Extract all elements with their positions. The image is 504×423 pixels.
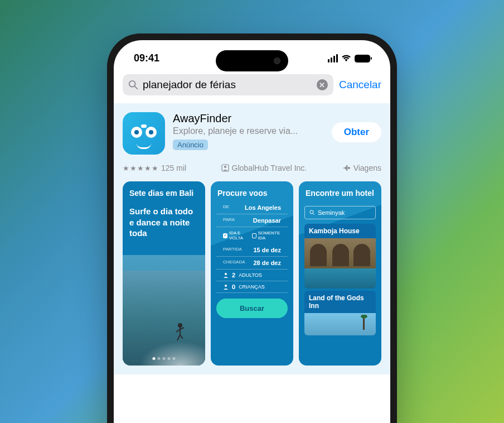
checkbox-icon bbox=[252, 233, 256, 238]
cancel-button[interactable]: Cancelar bbox=[339, 79, 381, 91]
search-text: planejador de férias bbox=[143, 79, 312, 91]
search-input[interactable]: planejador de férias ✕ bbox=[123, 74, 333, 95]
page-dots bbox=[153, 357, 176, 360]
shot2-title: Procure voos bbox=[211, 181, 293, 201]
hotel-card-1: Kamboja House bbox=[304, 224, 376, 289]
developer: GlobalHub Travel Inc. bbox=[221, 164, 307, 172]
hotel-search: Seminyak bbox=[304, 206, 376, 219]
svg-point-7 bbox=[310, 210, 313, 214]
app-meta: ★★★★★ 125 mil GlobalHub Travel Inc. Viag… bbox=[123, 164, 381, 172]
search-icon bbox=[309, 210, 315, 215]
search-row: planejador de férias ✕ Cancelar bbox=[114, 69, 390, 103]
app-name: AwayFinder bbox=[173, 112, 324, 125]
app-subtitle: Explore, planeje e reserve via... bbox=[173, 126, 324, 136]
battery-icon bbox=[355, 55, 370, 63]
person-icon bbox=[223, 272, 229, 278]
phone-frame: 09:41 planejador de férias ✕ Cancelar bbox=[107, 33, 397, 423]
svg-point-4 bbox=[178, 323, 182, 328]
wifi-icon bbox=[341, 55, 351, 63]
plane-icon bbox=[342, 164, 351, 172]
screenshot-2[interactable]: Procure voos DELos Angeles PARADenpasar … bbox=[211, 181, 293, 366]
search-icon bbox=[128, 80, 138, 90]
developer-icon bbox=[221, 164, 229, 172]
rating-count: 125 mil bbox=[161, 164, 186, 172]
get-button[interactable]: Obter bbox=[332, 122, 381, 142]
results-area: AwayFinder Explore, planeje e reserve vi… bbox=[114, 103, 390, 374]
search-button: Buscar bbox=[216, 299, 288, 318]
surf-image bbox=[123, 271, 205, 366]
checkbox-icon: ✓ bbox=[223, 233, 227, 238]
shot1-title: Sete dias em Bali bbox=[123, 181, 205, 201]
clear-icon[interactable]: ✕ bbox=[317, 79, 328, 90]
signal-icon bbox=[328, 54, 338, 63]
status-time: 09:41 bbox=[134, 52, 159, 64]
svg-point-6 bbox=[225, 285, 227, 287]
dynamic-island bbox=[216, 50, 288, 71]
hotel-card-2: Land of the Gods Inn bbox=[304, 291, 376, 335]
category: Viagens bbox=[342, 164, 381, 172]
app-icon[interactable] bbox=[123, 112, 165, 155]
svg-point-3 bbox=[224, 166, 226, 168]
svg-line-1 bbox=[135, 86, 138, 89]
ad-badge: Anúncio bbox=[173, 140, 208, 150]
person-icon bbox=[223, 284, 229, 290]
screenshot-1[interactable]: Sete dias em Bali Surfe o dia todo e dan… bbox=[123, 181, 205, 366]
svg-line-8 bbox=[313, 214, 315, 215]
rating: ★★★★★ 125 mil bbox=[123, 164, 186, 172]
svg-point-5 bbox=[225, 273, 227, 275]
phone-screen: 09:41 planejador de férias ✕ Cancelar bbox=[114, 40, 390, 423]
app-result[interactable]: AwayFinder Explore, planeje e reserve vi… bbox=[123, 112, 381, 155]
screenshot-3[interactable]: Encontre um hotel Seminyak Kamboja House… bbox=[299, 181, 381, 366]
stars-icon: ★★★★★ bbox=[123, 164, 158, 172]
screenshots[interactable]: Sete dias em Bali Surfe o dia todo e dan… bbox=[123, 181, 381, 366]
shot3-title: Encontre um hotel bbox=[299, 181, 381, 201]
svg-point-0 bbox=[129, 81, 135, 87]
shot1-subtitle: Surfe o dia todo e dance a noite toda bbox=[123, 201, 205, 243]
